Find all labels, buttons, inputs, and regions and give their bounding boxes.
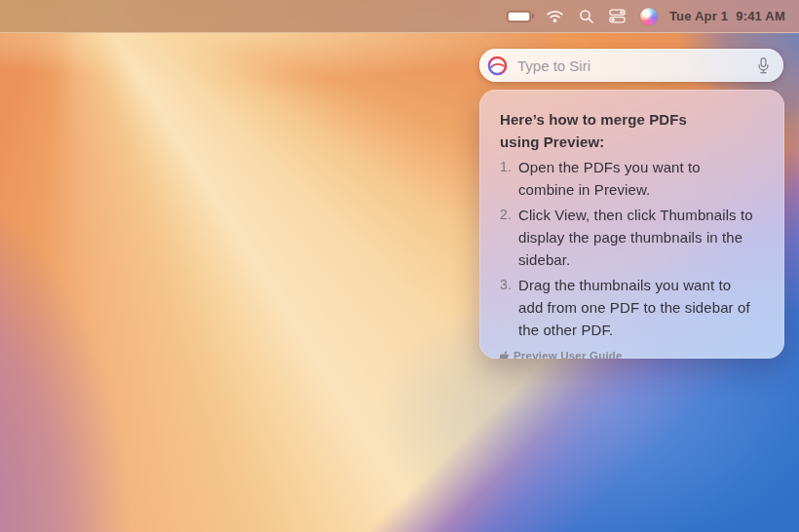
menu-bar-date: Tue Apr 1 bbox=[669, 9, 728, 23]
menu-bar-clock[interactable]: Tue Apr 1 9:41 AM bbox=[669, 9, 785, 23]
response-step-list: Open the PDFs you want to combine in Pre… bbox=[500, 156, 764, 341]
response-heading: Here’s how to merge PDFs using Preview: bbox=[500, 108, 700, 153]
menu-bar: Tue Apr 1 9:41 AM bbox=[0, 0, 799, 33]
siri-icon bbox=[640, 8, 658, 25]
spotlight-search-icon bbox=[579, 9, 594, 24]
siri-orb-icon bbox=[487, 56, 508, 76]
spotlight-status-item[interactable] bbox=[579, 6, 594, 27]
siri-text-input[interactable] bbox=[515, 57, 755, 75]
response-step: Click View, then click Thumbnails to dis… bbox=[500, 204, 755, 271]
wifi-icon bbox=[546, 9, 564, 23]
battery-icon bbox=[507, 11, 531, 22]
battery-status-item[interactable] bbox=[507, 6, 531, 27]
control-center-status-item[interactable] bbox=[609, 6, 626, 27]
siri-response-card: Here’s how to merge PDFs using Preview: … bbox=[479, 90, 784, 359]
microphone-icon[interactable] bbox=[755, 57, 772, 75]
wifi-status-item[interactable] bbox=[546, 6, 564, 27]
menu-bar-time: 9:41 AM bbox=[736, 9, 785, 23]
source-label: Preview User Guide bbox=[514, 350, 623, 359]
control-center-icon bbox=[609, 9, 626, 23]
response-step: Open the PDFs you want to combine in Pre… bbox=[500, 156, 755, 201]
siri-status-item[interactable] bbox=[640, 6, 658, 27]
apple-logo-icon bbox=[500, 351, 509, 360]
type-to-siri-field[interactable] bbox=[479, 49, 783, 82]
response-step: Drag the thumbnails you want to add from… bbox=[500, 274, 755, 341]
source-link[interactable]: Preview User Guide bbox=[500, 350, 764, 359]
